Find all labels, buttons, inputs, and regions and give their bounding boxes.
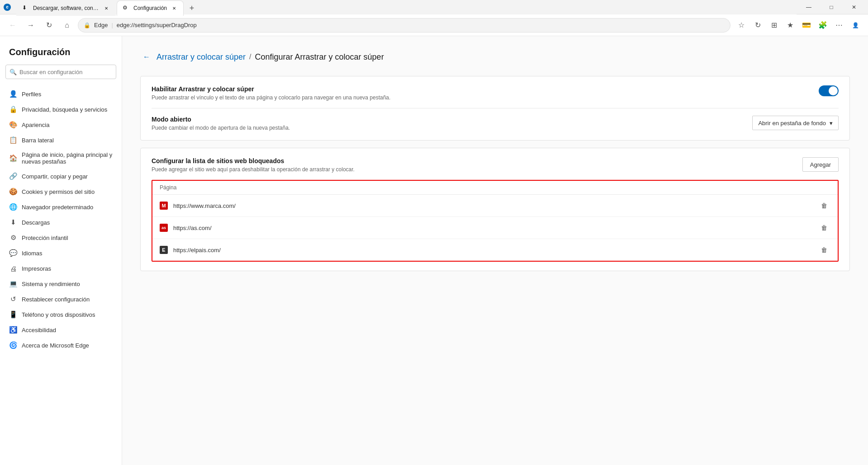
sidebar-item-privacidad[interactable]: 🔒 Privacidad, búsqueda y servicios <box>0 102 122 117</box>
sidebar-item-compartir[interactable]: 🔗 Compartir, copiar y pegar <box>0 169 122 184</box>
chevron-down-icon: ▾ <box>830 120 833 127</box>
sidebar-item-label: Idiomas <box>22 250 43 257</box>
tab-close-settings[interactable]: ✕ <box>171 5 178 12</box>
browser-window: e ⬇ Descargar, software, controlado... ✕… <box>0 0 868 465</box>
sidebar-item-label: Página de inicio, página principal y nue… <box>22 151 113 165</box>
enable-title: Habilitar Arrastrar y colocar súper <box>152 85 810 93</box>
sidebar-item-label: Protección infantil <box>22 235 68 241</box>
delete-marca-button[interactable]: 🗑 <box>818 199 830 212</box>
back-button[interactable]: ← <box>5 18 20 33</box>
sidebar-item-pagina-inicio[interactable]: 🏠 Página de inicio, página principal y n… <box>0 148 122 169</box>
collections-button[interactable]: ↻ <box>750 18 765 33</box>
sidebar-item-telefono[interactable]: 📱 Teléfono y otros dispositivos <box>0 307 122 322</box>
delete-as-button[interactable]: 🗑 <box>818 221 830 234</box>
sidebar-item-acerca[interactable]: 🌀 Acerca de Microsoft Edge <box>0 338 122 353</box>
sidebar-item-barra-lateral[interactable]: 📋 Barra lateral <box>0 132 122 148</box>
enable-control <box>819 85 839 96</box>
add-site-button[interactable]: Agregar <box>802 157 839 172</box>
accessibility-icon: ♿ <box>9 326 17 334</box>
enable-toggle[interactable] <box>819 85 839 96</box>
sidebar-item-apariencia[interactable]: 🎨 Apariencia <box>0 117 122 132</box>
sidebar-item-label: Perfiles <box>22 91 41 98</box>
address-separator: | <box>111 22 113 28</box>
forward-button[interactable]: → <box>24 18 38 33</box>
breadcrumb-separator: / <box>249 53 251 61</box>
sidebar-item-label: Restablecer configuración <box>22 296 90 303</box>
search-input[interactable] <box>19 69 112 75</box>
appearance-icon: 🎨 <box>9 121 17 129</box>
enable-row: Habilitar Arrastrar y colocar súper Pued… <box>152 85 839 101</box>
profile-icon: 👤 <box>9 90 17 98</box>
browser-logo: e <box>4 4 11 11</box>
sidebar-item-label: Acerca de Microsoft Edge <box>22 342 89 349</box>
sidebar-item-restablecer[interactable]: ↺ Restablecer configuración <box>0 291 122 307</box>
tab-title-settings: Configuración <box>133 5 167 11</box>
sidebar-item-label: Accesibilidad <box>22 327 56 333</box>
blocked-header: Configurar la lista de sitios web bloque… <box>141 148 849 180</box>
mode-control: Abrir en pestaña de fondo ▾ <box>752 116 839 130</box>
tab-favicon-settings: ⚙ <box>123 5 130 12</box>
page-content: Configuración 🔍 👤 Perfiles 🔒 Privacidad,… <box>0 36 868 465</box>
delete-elpais-button[interactable]: 🗑 <box>818 244 830 256</box>
fav-button[interactable]: ★ <box>783 18 797 33</box>
sidebar-item-impresoras[interactable]: 🖨 Impresoras <box>0 261 122 276</box>
wallet-button[interactable]: 💳 <box>799 18 814 33</box>
sidebar-item-idiomas[interactable]: 💬 Idiomas <box>0 245 122 261</box>
favorites-button[interactable]: ☆ <box>734 18 749 33</box>
blocked-item-marca: M https://www.marca.com/ 🗑 <box>152 195 838 217</box>
privacy-icon: 🔒 <box>9 105 17 113</box>
sidebar-item-descargas[interactable]: ⬇ Descargas <box>0 215 122 230</box>
sidebar: Configuración 🔍 👤 Perfiles 🔒 Privacidad,… <box>0 36 122 465</box>
cookies-icon: 🍪 <box>9 188 17 196</box>
edge-label: Edge <box>94 22 108 28</box>
toggle-thumb <box>829 86 838 95</box>
home-icon: 🏠 <box>9 154 17 162</box>
blocked-title: Configurar la lista de sitios web bloque… <box>152 157 802 164</box>
main-content: ← Arrastrar y colocar súper / Configurar… <box>122 36 868 465</box>
sidebar-item-sistema[interactable]: 💻 Sistema y rendimiento <box>0 276 122 291</box>
search-box[interactable]: 🔍 <box>5 65 116 79</box>
sidebar-item-label: Privacidad, búsqueda y servicios <box>22 106 107 113</box>
enable-desc: Puede arrastrar el vínculo y el texto de… <box>152 94 810 101</box>
sidebar-item-proteccion[interactable]: ⚙ Protección infantil <box>0 230 122 245</box>
sidebar-item-cookies[interactable]: 🍪 Cookies y permisos del sitio <box>0 184 122 199</box>
refresh-button[interactable]: ↻ <box>42 18 56 33</box>
sidebar-item-navegador[interactable]: 🌐 Navegador predeterminado <box>0 199 122 215</box>
mode-title: Modo abierto <box>152 116 743 123</box>
marca-favicon: M <box>160 202 168 210</box>
minimize-button[interactable]: — <box>798 0 819 14</box>
sidebar-item-label: Barra lateral <box>22 137 54 144</box>
split-button[interactable]: ⊞ <box>767 18 781 33</box>
home-button[interactable]: ⌂ <box>60 18 74 33</box>
blocked-list-header: Página <box>152 181 838 195</box>
tab-downloads[interactable]: ⬇ Descargar, software, controlado... ✕ <box>16 0 116 16</box>
sidebar-item-label: Navegador predeterminado <box>22 204 93 211</box>
sidebar-item-perfiles[interactable]: 👤 Perfiles <box>0 86 122 102</box>
extensions-button[interactable]: 🧩 <box>816 18 830 33</box>
nav-bar: ← → ↻ ⌂ 🔒 Edge | edge://settings/superDr… <box>0 14 868 36</box>
mode-dropdown[interactable]: Abrir en pestaña de fondo ▾ <box>752 116 839 130</box>
address-bar[interactable]: 🔒 Edge | edge://settings/superDragDrop <box>78 18 730 33</box>
address-url: edge://settings/superDragDrop <box>117 22 725 28</box>
new-tab-button[interactable]: + <box>185 1 199 16</box>
close-button[interactable]: ✕ <box>844 0 864 14</box>
breadcrumb: ← Arrastrar y colocar súper / Configurar… <box>140 51 850 63</box>
breadcrumb-parent-link[interactable]: Arrastrar y colocar súper <box>157 52 246 62</box>
tab-settings[interactable]: ⚙ Configuración ✕ <box>117 0 184 16</box>
maximize-button[interactable]: □ <box>821 0 842 14</box>
search-icon: 🔍 <box>9 69 17 75</box>
tab-close-downloads[interactable]: ✕ <box>103 5 110 12</box>
breadcrumb-current: Configurar Arrastrar y colocar súper <box>255 52 384 62</box>
downloads-icon: ⬇ <box>9 218 17 226</box>
profile-button[interactable]: 👤 <box>848 18 863 33</box>
about-icon: 🌀 <box>9 341 17 349</box>
sidebar-item-label: Apariencia <box>22 122 49 128</box>
breadcrumb-back-button[interactable]: ← <box>140 51 153 63</box>
sidebar-item-accesibilidad[interactable]: ♿ Accesibilidad <box>0 322 122 338</box>
sidebar-item-label: Compartir, copiar y pegar <box>22 173 88 180</box>
enable-info: Habilitar Arrastrar y colocar súper Pued… <box>152 85 810 101</box>
lock-icon: 🔒 <box>84 22 90 28</box>
as-url: https://as.com/ <box>173 225 812 231</box>
more-button[interactable]: ⋯ <box>832 18 846 33</box>
sidebar-item-label: Impresoras <box>22 265 51 272</box>
